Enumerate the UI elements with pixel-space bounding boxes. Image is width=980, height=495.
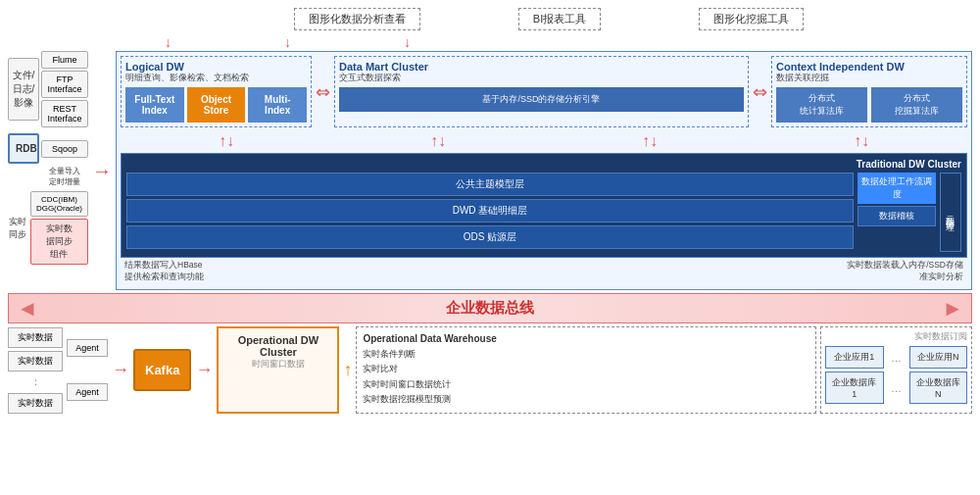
layers-col: 公共主题模型层 DWD 基础明细层 ODS 贴源层 xyxy=(126,173,854,252)
realtime-row: 实时同步 CDC(IBM)DGG(Oracle) 实时数据同步组件 xyxy=(8,191,88,265)
layer-2: DWD 基础明细层 xyxy=(126,199,854,223)
index-boxes-row: Full-TextIndex ObjectStore Multi-Index xyxy=(125,87,307,123)
mining-algo-box: 分布式挖掘算法库 xyxy=(871,87,962,123)
logical-dw-title: Logical DW xyxy=(125,61,307,73)
kafka-box: Kafka xyxy=(133,349,191,391)
realtime-comp: 实时数据同步组件 xyxy=(30,219,88,265)
flume-box: Flume xyxy=(41,51,88,69)
rt-source-4: 实时数据 xyxy=(8,393,63,414)
top-arrows: ↓↓↓ xyxy=(165,34,972,50)
arch-main: 文件/日志/影像 Flume FTPInterface RESTInterfac… xyxy=(8,51,972,290)
op-cluster-box: Operational DWCluster 时间窗口数据 xyxy=(217,326,339,414)
stat-algo-box: 分布式统计算法库 xyxy=(776,87,867,123)
data-bus: ◄ 企业数据总线 ► xyxy=(8,293,972,323)
sqoop-box: Sqoop xyxy=(41,140,88,158)
apps-grid: 企业应用1 … 企业应用N 企业数据库1 … 企业数据库N xyxy=(825,346,967,404)
vert-arrows-row: ↑↓↑↓↑↓↑↓ xyxy=(121,131,967,151)
op-cluster-title: Operational DWCluster xyxy=(226,334,329,358)
meta-sidebar-col: 数据处理工作流调度 数据稽核 xyxy=(858,173,936,252)
lr-arrow-1: ⇔ xyxy=(316,56,330,127)
traditional-dw-row: Traditional DW Cluster 公共主题模型层 DWD 基础明细层… xyxy=(121,153,967,258)
top-label-1: 图形化数据分析查看 xyxy=(294,8,420,30)
left-sources: 文件/日志/影像 Flume FTPInterface RESTInterfac… xyxy=(8,51,88,290)
agent-2: Agent xyxy=(67,383,108,401)
bus-arrow-right: ► xyxy=(942,296,963,322)
bus-arrow-left: ◄ xyxy=(17,296,38,322)
file-connectors: Flume FTPInterface RESTInterface xyxy=(41,51,88,127)
meta-manage-box: 元数据管理 xyxy=(940,173,961,252)
annotations-row: 结果数据写入HBase提供检索和查询功能 实时数据装载入内存/SSD存储准实时分… xyxy=(121,260,967,285)
odw-items: 实时条件判断 实时比对 实时时间窗口数据统计 实时数据挖掘模型预测 xyxy=(363,347,809,407)
rt-source-1: 实时数据 xyxy=(8,327,63,348)
import-label: 全量导入定时增量 xyxy=(41,166,88,187)
db-n: 企业数据库N xyxy=(909,371,968,404)
data-mart-title: Data Mart Cluster xyxy=(339,61,744,73)
enterprise-apps-box: 实时数据订阅 企业应用1 … 企业应用N 企业数据库1 … 企业数据库N xyxy=(820,326,972,414)
top-label-2: BI报表工具 xyxy=(518,8,601,30)
realtime-sync-label: 实时同步 xyxy=(8,216,28,241)
top-cluster-row: Logical DW 明细查询、影像检索、文档检索 Full-TextIndex… xyxy=(121,56,967,127)
bottom-arrow-3: ↑ xyxy=(343,326,352,414)
db-1: 企业数据库1 xyxy=(825,371,884,404)
top-labels-row: 图形化数据分析查看 BI报表工具 图形化挖掘工具 xyxy=(125,8,972,30)
context-dw-subtitle: 数据关联挖掘 xyxy=(776,73,962,84)
data-mart-section: Data Mart Cluster 交互式数据探索 基于内存/SSD的存储分析引… xyxy=(334,56,749,127)
rt-source-2: 实时数据 xyxy=(8,351,63,371)
left-arrow-right: → xyxy=(92,51,112,290)
file-source: 文件/日志/影像 xyxy=(8,58,39,121)
bottom-arrow-2: → xyxy=(195,326,213,414)
annotation-left: 结果数据写入HBase提供检索和查询功能 xyxy=(124,260,204,283)
odw-box: Operational Data Warehouse 实时条件判断 实时比对 实… xyxy=(356,326,816,414)
ftp-box: FTPInterface xyxy=(41,71,88,98)
odw-title: Operational Data Warehouse xyxy=(363,333,809,344)
traditional-dw-title: Traditional DW Cluster xyxy=(126,159,961,170)
multi-index-box: Multi-Index xyxy=(248,87,307,123)
rdb-box: RDB xyxy=(8,133,39,164)
cdc-col: CDC(IBM)DGG(Oracle) 实时数据同步组件 xyxy=(30,191,88,265)
annotation-right: 实时数据装载入内存/SSD存储准实时分析 xyxy=(847,260,963,283)
bottom-section: 实时数据 实时数据 ： 实时数据 Agent Agent → Kafka → O… xyxy=(8,326,972,414)
object-store-box: ObjectStore xyxy=(187,87,246,123)
rt-subscribe-label: 实时数据订阅 xyxy=(825,331,967,343)
mart-inner-box: 基于内存/SSD的存储分析引擎 xyxy=(339,87,744,112)
lr-arrow-2: ⇔ xyxy=(753,56,767,127)
rt-sources-col: 实时数据 实时数据 ： 实时数据 xyxy=(8,326,63,414)
layer-3: ODS 贴源层 xyxy=(126,225,854,249)
center-dw-area: Logical DW 明细查询、影像检索、文档检索 Full-TextIndex… xyxy=(116,51,972,290)
schedule-box: 数据处理工作流调度 xyxy=(858,173,936,204)
data-bus-label: 企业数据总线 xyxy=(446,299,534,316)
audit-box: 数据稽核 xyxy=(858,206,936,226)
agent-1: Agent xyxy=(67,339,108,357)
db-ellipsis-1: … xyxy=(887,382,906,394)
op-cluster-sub: 时间窗口数据 xyxy=(226,358,329,371)
fulltext-index-box: Full-TextIndex xyxy=(125,87,184,123)
bottom-arrow-1: → xyxy=(112,326,129,414)
logical-dw-section: Logical DW 明细查询、影像检索、文档检索 Full-TextIndex… xyxy=(121,56,312,127)
file-source-row: 文件/日志/影像 Flume FTPInterface RESTInterfac… xyxy=(8,51,88,127)
layer-1: 公共主题模型层 xyxy=(126,173,854,196)
app-n: 企业应用N xyxy=(909,346,968,369)
rdb-source-row: RDB Sqoop xyxy=(8,133,88,164)
dist-boxes-row: 分布式统计算法库 分布式挖掘算法库 xyxy=(776,87,962,123)
rt-ellipsis: ： xyxy=(8,374,63,389)
context-dw-section: Context Independent DW 数据关联挖掘 分布式统计算法库 分… xyxy=(771,56,967,127)
app-1: 企业应用1 xyxy=(825,346,884,369)
main-container: 图形化数据分析查看 BI报表工具 图形化挖掘工具 ↓↓↓ 文件/日志/影像 Fl… xyxy=(0,0,980,495)
cdc-box: CDC(IBM)DGG(Oracle) xyxy=(30,191,88,217)
logical-dw-subtitle: 明细查询、影像检索、文档检索 xyxy=(125,73,307,84)
agents-col: Agent Agent xyxy=(67,326,108,414)
context-dw-title: Context Independent DW xyxy=(776,61,962,73)
data-mart-subtitle: 交互式数据探索 xyxy=(339,73,744,84)
app-ellipsis-1: … xyxy=(887,352,906,364)
traditional-dw-box: Traditional DW Cluster 公共主题模型层 DWD 基础明细层… xyxy=(121,153,967,258)
rest-box: RESTInterface xyxy=(41,100,88,127)
top-label-3: 图形化挖掘工具 xyxy=(699,8,804,30)
layers-meta-row: 公共主题模型层 DWD 基础明细层 ODS 贴源层 数据处理工作流调度 数据稽核… xyxy=(126,173,961,252)
